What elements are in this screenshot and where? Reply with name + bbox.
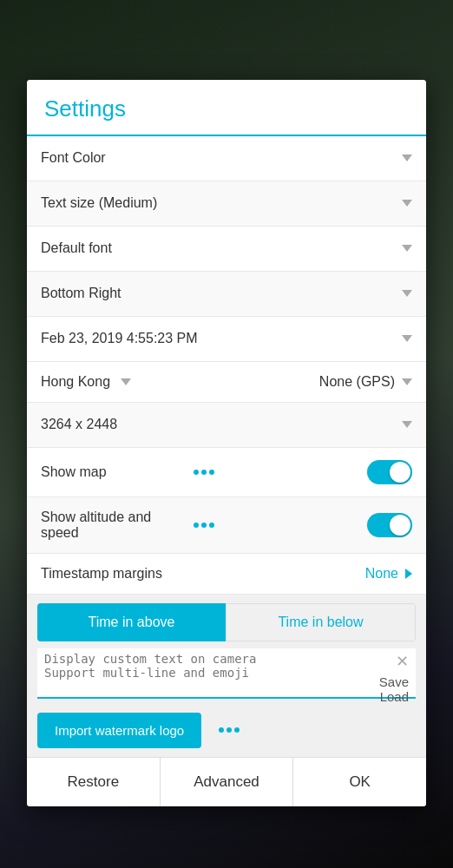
resolution-row[interactable]: 3264 x 2448 (27, 403, 426, 448)
textarea-actions: ✕ Save Load (379, 652, 409, 704)
text-size-label: Text size (Medium) (41, 195, 395, 211)
show-map-row: Show map (27, 448, 426, 497)
settings-dialog: Settings Font Color Text size (Medium) D… (27, 80, 426, 806)
toggle-knob (390, 462, 410, 483)
timestamp-label: Feb 23, 2019 4:55:23 PM (41, 331, 395, 346)
tab-buttons: Time in above Time in below (37, 603, 416, 641)
font-color-right (395, 155, 412, 161)
import-section: Import watermark logo (27, 706, 426, 757)
default-font-right (395, 245, 412, 252)
show-map-label: Show map (41, 464, 187, 480)
chevron-icon (402, 421, 412, 428)
location-label: Hong Kong (41, 374, 110, 390)
show-altitude-toggle[interactable] (367, 513, 412, 537)
chevron-icon (402, 245, 412, 252)
location-right: None (GPS) (319, 374, 412, 390)
bottom-buttons: Restore Advanced OK (27, 757, 426, 806)
timestamp-right (395, 335, 412, 342)
font-color-label: Font Color (41, 150, 395, 166)
resolution-label: 3264 x 2448 (41, 417, 395, 432)
timestamp-margins-label: Timestamp margins (41, 566, 365, 582)
show-map-toggle[interactable] (367, 460, 412, 484)
location-chevron-icon (121, 378, 131, 385)
show-altitude-row: Show altitude and speed (27, 497, 426, 554)
dot-3 (234, 727, 240, 733)
timestamp-margins-chevron-icon (405, 569, 412, 579)
timestamp-margins-value: None (365, 566, 398, 582)
chevron-icon (402, 290, 412, 297)
default-font-label: Default font (41, 240, 395, 256)
location-row[interactable]: Hong Kong None (GPS) (27, 362, 426, 403)
show-altitude-label: Show altitude and speed (41, 510, 187, 541)
position-label: Bottom Right (41, 286, 395, 301)
dot-2 (201, 470, 207, 475)
gps-label: None (GPS) (319, 374, 395, 390)
settings-list: Font Color Text size (Medium) Default fo… (27, 136, 426, 595)
import-dots (219, 727, 240, 733)
dot-1 (194, 470, 199, 475)
default-font-row[interactable]: Default font (27, 227, 426, 272)
toggle-knob (390, 515, 410, 536)
tab-time-below[interactable]: Time in below (226, 603, 416, 641)
chevron-icon (402, 155, 412, 161)
timestamp-margins-right: None (365, 566, 412, 582)
advanced-button[interactable]: Advanced (161, 758, 294, 806)
position-row[interactable]: Bottom Right (27, 272, 426, 317)
dot-3 (209, 470, 214, 475)
save-load-group: Save Load (379, 674, 409, 704)
timestamp-margins-row[interactable]: Timestamp margins None (27, 554, 426, 595)
save-button[interactable]: Save (379, 674, 409, 689)
text-size-right (395, 200, 412, 207)
ok-button[interactable]: OK (293, 758, 426, 806)
tab-time-above[interactable]: Time in above (37, 603, 226, 641)
dot-2 (226, 727, 232, 733)
textarea-section: ✕ Save Load (27, 648, 426, 706)
textarea-wrapper: ✕ Save Load (37, 648, 416, 699)
location-left: Hong Kong (41, 374, 319, 390)
font-color-row[interactable]: Font Color (27, 136, 426, 181)
dot-1 (219, 727, 224, 733)
chevron-icon (402, 200, 412, 207)
clear-text-button[interactable]: ✕ (396, 652, 409, 671)
dot-3 (209, 523, 214, 528)
chevron-icon (402, 335, 412, 342)
resolution-right (395, 421, 412, 428)
text-size-row[interactable]: Text size (Medium) (27, 181, 426, 227)
dialog-title: Settings (44, 95, 409, 122)
timestamp-row[interactable]: Feb 23, 2019 4:55:23 PM (27, 317, 426, 362)
load-button[interactable]: Load (380, 689, 409, 704)
custom-text-input[interactable] (44, 652, 409, 690)
dialog-title-bar: Settings (27, 80, 426, 136)
restore-button[interactable]: Restore (27, 758, 161, 806)
tab-section: Time in above Time in below (27, 595, 426, 648)
dot-2 (201, 523, 207, 528)
import-watermark-button[interactable]: Import watermark logo (37, 713, 201, 748)
show-map-dots (194, 470, 214, 475)
show-altitude-dots (194, 523, 214, 528)
position-right (395, 290, 412, 297)
dot-1 (194, 523, 199, 528)
gps-chevron-icon (402, 378, 412, 385)
